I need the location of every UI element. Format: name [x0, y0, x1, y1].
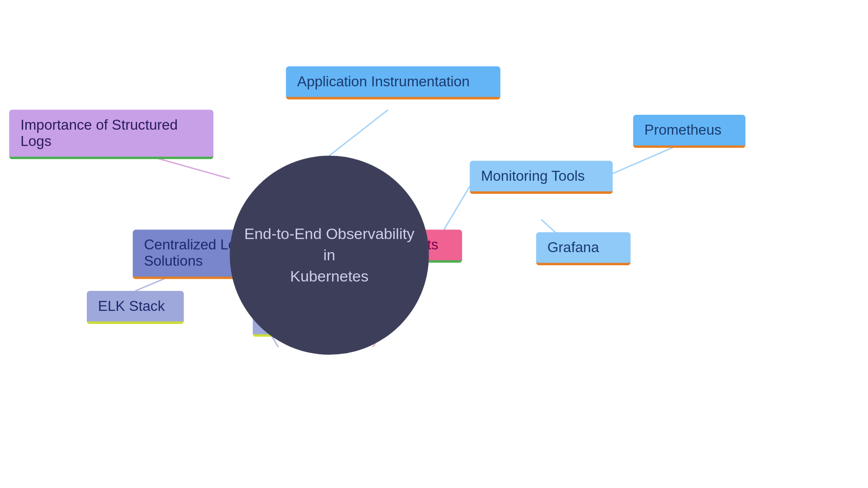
node-grafana: Grafana: [536, 232, 631, 265]
node-label-monitoring-tools: Monitoring Tools: [481, 168, 585, 184]
node-prometheus: Prometheus: [633, 115, 745, 148]
node-label-elk-stack: ELK Stack: [98, 298, 165, 314]
node-elk-stack: ELK Stack: [87, 291, 184, 324]
node-label-prometheus: Prometheus: [644, 122, 722, 138]
node-monitoring-tools: Monitoring Tools: [470, 161, 613, 194]
center-node-label: End-to-End Observability in Kubernetes: [230, 213, 429, 297]
node-importance-structured-logs: Importance of Structured Logs: [9, 110, 213, 160]
node-app-instrumentation: Application Instrumentation: [286, 66, 500, 99]
node-label-grafana: Grafana: [547, 239, 599, 255]
center-node: End-to-End Observability in Kubernetes: [230, 155, 429, 354]
node-label-importance-structured-logs: Importance of Structured Logs: [20, 117, 178, 149]
mind-map-container: End-to-End Observability in Kubernetes A…: [0, 0, 868, 459]
svg-line-0: [329, 110, 388, 156]
node-label-app-instrumentation: Application Instrumentation: [297, 74, 469, 89]
